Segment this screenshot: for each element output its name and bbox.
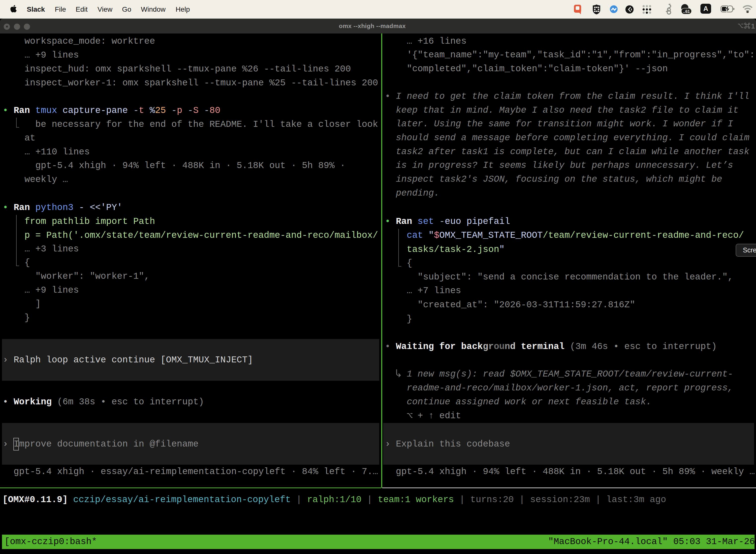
svg-text:..61: ..61 [683, 9, 690, 14]
